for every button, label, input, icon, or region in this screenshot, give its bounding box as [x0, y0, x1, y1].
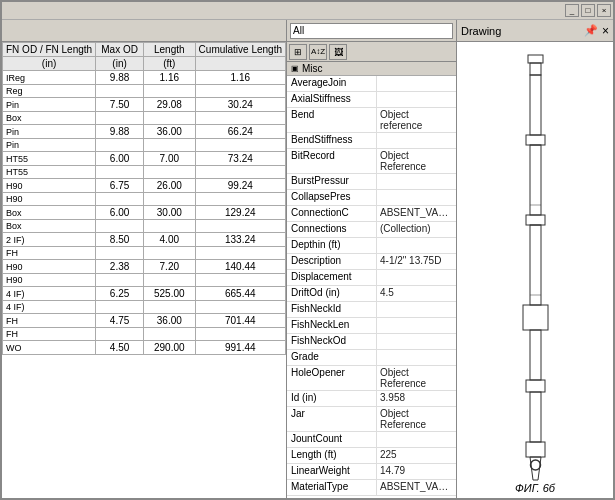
row-cumulative: 701.44 — [195, 314, 285, 328]
props-row-name: Description — [287, 254, 377, 269]
props-row: HoleOpener Object Reference — [287, 366, 456, 391]
props-row: Id (in) 3.958 — [287, 391, 456, 407]
row-maxod: 9.88 — [96, 125, 144, 139]
props-row-value: Object Reference — [377, 366, 456, 390]
props-row: AverageJoin — [287, 76, 456, 92]
svg-rect-3 — [526, 135, 545, 145]
row-maxod: 6.00 — [96, 152, 144, 166]
row-maxod: 6.75 — [96, 179, 144, 193]
props-row: DriftOd (in) 4.5 — [287, 286, 456, 302]
row-cumulative: 30.24 — [195, 98, 285, 112]
row-cumulative: 991.44 — [195, 341, 285, 355]
row-maxod: 6.00 — [96, 206, 144, 220]
row-maxod: 8.50 — [96, 233, 144, 247]
minimize-button[interactable]: _ — [565, 4, 579, 17]
props-row-value — [377, 334, 456, 349]
table-row-sub: 4 IF) — [3, 301, 286, 314]
row-label-sub: FH — [3, 247, 96, 260]
props-row: BitRecord Object Reference — [287, 149, 456, 174]
sort-az-button[interactable]: A↕Z — [309, 44, 327, 60]
props-row-value — [377, 190, 456, 205]
drawing-title: Drawing — [461, 25, 501, 37]
row-length: 30.00 — [144, 206, 196, 220]
props-row-value — [377, 76, 456, 91]
grid-view-button[interactable]: ⊞ — [289, 44, 307, 60]
row-label: Pin — [3, 125, 96, 139]
props-row-value: 4.5 — [377, 286, 456, 301]
close-drawing-button[interactable]: × — [602, 24, 609, 38]
props-row: CollapsePres — [287, 190, 456, 206]
main-table: FN OD / FN Length Max OD Length Cumulati… — [2, 42, 286, 355]
row-cumulative: 73.24 — [195, 152, 285, 166]
row-label-sub: FH — [3, 328, 96, 341]
props-row-name: Grade — [287, 350, 377, 365]
table-row-sub: Box — [3, 220, 286, 233]
content-area: FN OD / FN Length Max OD Length Cumulati… — [2, 20, 613, 498]
row-label: Pin — [3, 98, 96, 112]
pin-icon[interactable]: 📌 — [584, 24, 598, 37]
props-row: Bend Object reference — [287, 108, 456, 133]
props-row-name: LinearWeight — [287, 464, 377, 479]
props-row-value: Object Reference — [377, 149, 456, 173]
search-input[interactable] — [290, 23, 453, 39]
drawing-panel: Drawing 📌 × — [457, 20, 613, 498]
props-row: BendStiffness — [287, 133, 456, 149]
row-label: Box — [3, 206, 96, 220]
svg-rect-8 — [530, 330, 541, 380]
row-label: 4 IF) — [3, 287, 96, 301]
props-row: FishNeckOd — [287, 334, 456, 350]
props-row-value — [377, 238, 456, 253]
maximize-button[interactable]: □ — [581, 4, 595, 17]
close-button[interactable]: × — [597, 4, 611, 17]
table-row: HT55 6.00 7.00 73.24 — [3, 152, 286, 166]
props-row-value: 225 — [377, 448, 456, 463]
row-cumulative: 99.24 — [195, 179, 285, 193]
props-row-value: 3.958 — [377, 391, 456, 406]
svg-rect-9 — [526, 380, 545, 392]
table-row-sub: FH — [3, 247, 286, 260]
row-label-sub: Box — [3, 112, 96, 125]
table-area: FN OD / FN Length Max OD Length Cumulati… — [2, 20, 287, 498]
props-row-value: (Collection) — [377, 222, 456, 237]
svg-rect-11 — [526, 442, 545, 457]
row-label-sub: H90 — [3, 274, 96, 287]
props-row-value — [377, 92, 456, 107]
props-row-name: Depthin (ft) — [287, 238, 377, 253]
props-header — [287, 20, 456, 42]
props-row-name: Id (in) — [287, 391, 377, 406]
row-cumulative: 66.24 — [195, 125, 285, 139]
table-row-sub: H90 — [3, 274, 286, 287]
svg-rect-0 — [528, 55, 543, 63]
props-row-name: FishNeckLen — [287, 318, 377, 333]
col-unit-cumulative — [195, 57, 285, 71]
props-row: ConnectionC ABSENT_VALUE — [287, 206, 456, 222]
props-row: Length (ft) 225 — [287, 448, 456, 464]
row-label-sub: Pin — [3, 139, 96, 152]
props-row-value — [377, 302, 456, 317]
table-row-sub: H90 — [3, 193, 286, 206]
svg-rect-4 — [530, 145, 541, 215]
row-length: 29.08 — [144, 98, 196, 112]
svg-rect-7 — [523, 305, 548, 330]
props-row: Description 4-1/2" 13.75D — [287, 254, 456, 270]
props-row-name: CollapsePres — [287, 190, 377, 205]
row-maxod: 7.50 — [96, 98, 144, 112]
props-row-value: 14.79 — [377, 464, 456, 479]
props-row: FishNeckId — [287, 302, 456, 318]
row-label: H90 — [3, 260, 96, 274]
row-maxod: 4.50 — [96, 341, 144, 355]
col-header-fn: FN OD / FN Length — [3, 43, 96, 57]
main-window: _ □ × FN OD / FN Length Max OD — [0, 0, 615, 500]
props-row-value: ABSENT_VALUE — [377, 480, 456, 495]
image-view-button[interactable]: 🖼 — [329, 44, 347, 60]
props-row: Grade — [287, 350, 456, 366]
props-row-value: Object Reference — [377, 407, 456, 431]
drawing-header: Drawing 📌 × — [457, 20, 613, 42]
col-header-maxod: Max OD — [96, 43, 144, 57]
props-row: Jar Object Reference — [287, 407, 456, 432]
props-row: Displacement — [287, 270, 456, 286]
row-length: 1.16 — [144, 71, 196, 85]
row-label: FH — [3, 314, 96, 328]
svg-rect-2 — [530, 75, 541, 135]
expand-icon[interactable]: ▣ — [291, 64, 299, 73]
